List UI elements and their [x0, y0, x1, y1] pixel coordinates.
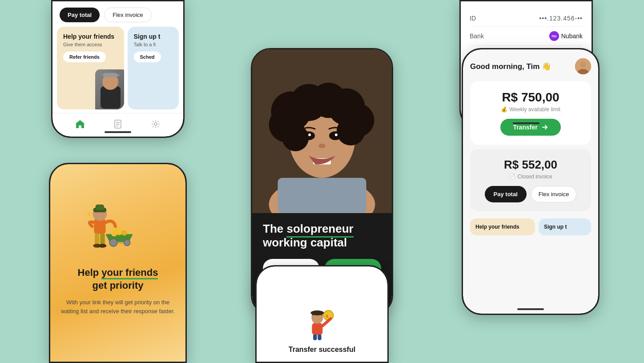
phone-top-left: Pay total Flex invoice Help your friends… — [51, 0, 185, 138]
svg-rect-44 — [100, 233, 105, 245]
svg-point-29 — [308, 133, 311, 136]
schedule-button[interactable]: Sched — [134, 52, 161, 62]
phone4-headline-prefix: Help — [78, 267, 102, 278]
home-indicator-2 — [513, 122, 539, 124]
pay-total-invoice-button[interactable]: Pay total — [485, 186, 527, 202]
home-indicator-6 — [517, 308, 544, 310]
svg-point-30 — [335, 133, 338, 136]
phone6-bottom-cards: Help your friends Sign up t — [470, 218, 591, 235]
help-friends-card-sm: Help your friends — [470, 218, 535, 235]
nubank-icon: nu — [549, 31, 559, 41]
arrow-right-icon — [541, 124, 548, 131]
id-row: ID •••.123.456-•• — [470, 10, 583, 27]
user-avatar — [575, 58, 591, 74]
svg-marker-47 — [86, 211, 93, 217]
svg-point-37 — [121, 230, 127, 235]
bank-label: Bank — [470, 32, 484, 40]
phone4-headline: Help your friends get priority — [78, 266, 158, 292]
scene: Pay total Flex invoice Help your friends… — [0, 0, 644, 363]
id-label: ID — [470, 15, 476, 22]
invoice-label: 📄 Closed invoice — [479, 173, 582, 180]
card-help-title: Help your friends — [63, 33, 118, 40]
transfer-icon-area: $ — [304, 306, 340, 341]
card-signup-sm-title: Sign up t — [544, 224, 586, 230]
flex-invoice-button-2[interactable]: Flex invoice — [531, 186, 577, 202]
headline-highlight: solopreneur — [286, 222, 353, 238]
headline-suffix: working capital — [263, 236, 347, 249]
hero-portrait-svg — [252, 49, 392, 213]
bank-value: nu Nubank — [549, 31, 583, 41]
phone4-content: Help your friends get priority With your… — [50, 164, 185, 362]
invoice-card: R$ 552,00 📄 Closed invoice Pay total Fle… — [470, 149, 591, 211]
svg-point-33 — [109, 239, 117, 247]
svg-point-31 — [318, 144, 326, 148]
headline-prefix: The — [263, 222, 286, 235]
home-icon[interactable] — [75, 119, 85, 129]
greeting-text: Good morning, Tim 👋 — [470, 62, 551, 71]
phone6-content: Good morning, Tim 👋 R$ 750,00 💰 Weekly a… — [463, 49, 598, 314]
invoice-amount: R$ 552,00 — [479, 158, 582, 172]
balance-amount: R$ 750,00 — [479, 90, 582, 105]
transfer-illustration-svg: $ — [308, 307, 337, 340]
svg-rect-55 — [318, 334, 321, 340]
svg-point-25 — [337, 117, 365, 145]
transfer-success-text: Transfer successful — [289, 346, 355, 354]
phone-bottom-left: Help your friends get priority With your… — [49, 163, 187, 363]
hero-headline: The solopreneur working capital — [263, 222, 381, 250]
document-icon[interactable] — [113, 119, 123, 129]
card-help-sm-title: Help your friends — [475, 224, 530, 230]
invoice-buttons: Pay total Flex invoice — [479, 186, 582, 202]
friend-avatar-svg — [96, 71, 124, 109]
balance-card: R$ 750,00 💰 Weekly available limit Trans… — [470, 81, 591, 145]
refer-friends-button[interactable]: Refer friends — [63, 52, 106, 62]
svg-rect-51 — [312, 323, 322, 335]
phone-right: Good morning, Tim 👋 R$ 750,00 💰 Weekly a… — [462, 48, 600, 315]
phone-bottom-center: $ T — [255, 265, 389, 363]
person-illustration-svg — [82, 186, 145, 249]
svg-rect-54 — [313, 334, 317, 340]
svg-rect-42 — [96, 205, 104, 210]
svg-rect-43 — [95, 233, 100, 245]
svg-rect-16 — [278, 178, 366, 214]
phone1-top-buttons: Pay total Flex invoice — [52, 1, 183, 27]
illustration-area — [82, 186, 153, 258]
signup-card-sm: Sign up t — [539, 218, 591, 235]
user-avatar-svg — [575, 58, 591, 74]
bank-name: Nubank — [561, 32, 583, 40]
signup-card: Sign up t Talk to a fi Sched — [128, 27, 179, 109]
friend-avatar — [95, 69, 124, 109]
transfer-button[interactable]: Transfer — [500, 119, 560, 136]
svg-text:$: $ — [326, 314, 328, 318]
svg-marker-48 — [131, 211, 135, 215]
pay-total-button[interactable]: Pay total — [60, 8, 100, 22]
help-friends-card: Help your friends Give them access Refer… — [57, 27, 124, 109]
bank-row: Bank nu Nubank — [470, 27, 583, 46]
svg-point-57 — [580, 61, 586, 68]
svg-point-8 — [154, 123, 157, 125]
settings-icon[interactable] — [150, 119, 161, 129]
card-help-subtitle: Give them access — [63, 42, 118, 47]
home-indicator-1 — [105, 131, 131, 133]
svg-point-46 — [99, 244, 107, 248]
phone1-cards: Help your friends Give them access Refer… — [52, 27, 183, 109]
hero-image — [252, 49, 392, 213]
phone6-header: Good morning, Tim 👋 — [470, 58, 591, 74]
phone1-content: Pay total Flex invoice Help your friends… — [52, 1, 183, 137]
phone4-headline-highlight: your friends — [101, 267, 158, 279]
phone4-body: With your link they will get priority on… — [61, 298, 175, 315]
balance-label: 💰 Weekly available limit — [479, 106, 582, 113]
phone5-content: $ T — [257, 266, 387, 362]
svg-point-53 — [310, 310, 324, 315]
svg-rect-3 — [103, 73, 117, 77]
phone4-headline-suffix: get priority — [93, 280, 144, 291]
card-signup-title: Sign up t — [134, 33, 173, 40]
id-value: •••.123.456-•• — [539, 15, 583, 22]
card-signup-subtitle: Talk to a fi — [134, 42, 173, 47]
flex-invoice-button[interactable]: Flex invoice — [104, 8, 152, 22]
svg-point-34 — [124, 239, 130, 246]
phone1-nav — [52, 113, 183, 137]
